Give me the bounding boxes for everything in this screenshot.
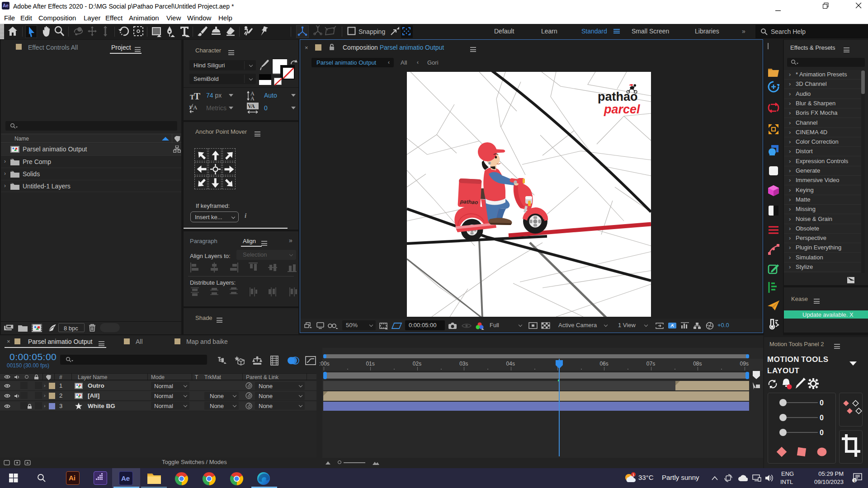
svg-text:pathao: pathao xyxy=(460,198,478,206)
svg-text:0: 0 xyxy=(820,399,824,407)
svg-text:1: 1 xyxy=(854,479,856,483)
svg-text:A: A xyxy=(250,95,255,101)
svg-text:0: 0 xyxy=(820,429,824,436)
svg-text:A: A xyxy=(193,104,198,111)
svg-text:T: T xyxy=(194,91,200,101)
svg-text:0: 0 xyxy=(820,414,824,422)
svg-text:1: 1 xyxy=(632,473,635,477)
svg-text:pathao: pathao xyxy=(598,90,638,103)
svg-text:parcel: parcel xyxy=(604,103,640,116)
